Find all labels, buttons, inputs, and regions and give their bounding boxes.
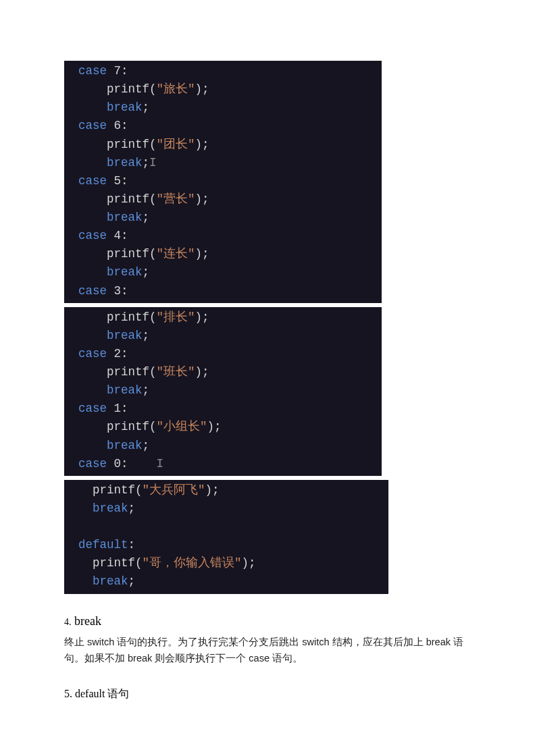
code-block-1: case 7: printf("旅长"); break; case 6: pri… <box>64 61 382 303</box>
text-cursor-icon: I <box>157 457 164 470</box>
section-4-paragraph: 终止 switch 语句的执行。为了执行完某个分支后跳出 switch 结构，应… <box>64 634 471 667</box>
colon: : <box>121 64 128 78</box>
section-number: 5. <box>64 688 72 699</box>
fn-printf: printf <box>107 82 149 96</box>
section-4-heading: 4. break <box>64 614 471 628</box>
section-number: 4. <box>64 617 72 627</box>
section-5-heading: 5. default 语句 <box>64 687 471 701</box>
kw-default: default <box>78 538 128 551</box>
kw-case: case <box>78 119 107 132</box>
document-page: case 7: printf("旅长"); break; case 6: pri… <box>0 0 535 740</box>
section-title: break <box>74 614 101 628</box>
str: "旅长" <box>157 82 195 96</box>
kw-case: case <box>78 64 107 78</box>
num: 7 <box>114 64 122 78</box>
code-block-3: printf("大兵阿飞"); break; default: printf("… <box>64 480 388 594</box>
kw-break: break <box>107 101 143 114</box>
section-title: default 语句 <box>75 688 129 699</box>
code-block-2: printf("排长"); break; case 2: printf("班长"… <box>64 307 382 476</box>
text-cursor-icon: I <box>149 156 157 169</box>
